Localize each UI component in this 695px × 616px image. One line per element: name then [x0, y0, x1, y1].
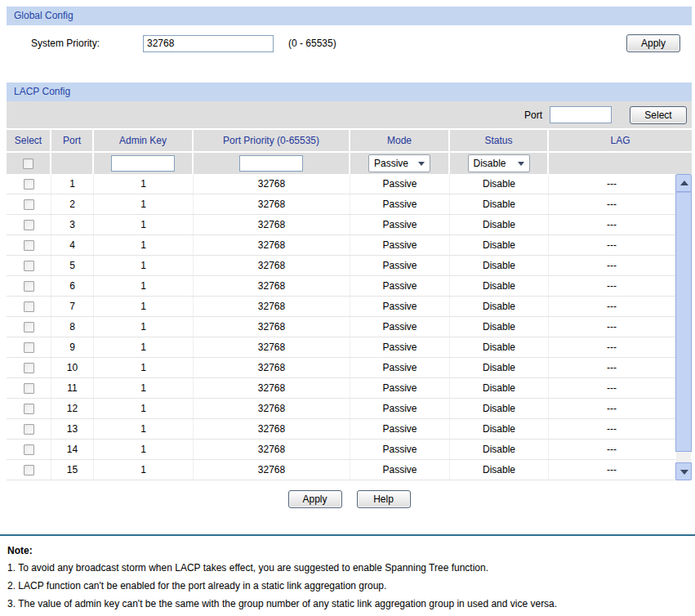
cell-lag: ---	[549, 276, 675, 296]
scrollbar-track[interactable]	[676, 452, 691, 462]
cell-port: 6	[51, 276, 94, 296]
cell-lag: ---	[549, 337, 675, 357]
row-select-checkbox[interactable]	[24, 281, 34, 292]
cell-mode: Passive	[350, 215, 450, 234]
port-filter-input[interactable]	[550, 106, 612, 123]
cell-port-priority: 32768	[194, 440, 350, 459]
cell-mode: Passive	[350, 378, 450, 398]
cell-port: 7	[51, 297, 94, 316]
column-header-port: Port	[51, 130, 94, 151]
column-header-mode: Mode	[350, 130, 450, 151]
cell-mode: Passive	[350, 460, 450, 480]
cell-admin-key: 1	[94, 297, 194, 316]
table-row: 14 1 32768 Passive Disable ---	[7, 440, 692, 460]
lacp-table-header: Select Port Admin Key Port Priority (0-6…	[7, 130, 692, 151]
cell-admin-key: 1	[94, 419, 194, 439]
scrollbar-up-button[interactable]	[675, 174, 692, 192]
row-select-checkbox[interactable]	[24, 179, 34, 190]
table-row: 5 1 32768 Passive Disable ---	[7, 256, 692, 276]
cell-status: Disable	[450, 460, 549, 480]
row-select-checkbox[interactable]	[24, 220, 34, 230]
row-select-checkbox[interactable]	[24, 465, 34, 475]
column-header-lag: LAG	[549, 130, 692, 151]
row-select-checkbox[interactable]	[24, 322, 34, 333]
cell-port-priority: 32768	[194, 337, 350, 357]
column-header-admin-key: Admin Key	[94, 130, 194, 151]
cell-lag: ---	[549, 399, 675, 418]
cell-port-priority: 32768	[194, 215, 350, 234]
global-apply-button[interactable]: Apply	[626, 34, 680, 52]
cell-port: 10	[51, 358, 94, 377]
cell-port: 9	[51, 337, 94, 357]
cell-port-priority: 32768	[194, 317, 350, 337]
cell-status: Disable	[450, 440, 549, 459]
note-line-1: 1. To avoid any broadcast storm when LAC…	[7, 559, 692, 577]
cell-lag: ---	[549, 256, 675, 275]
row-select-checkbox[interactable]	[24, 424, 34, 435]
cell-port-priority: 32768	[194, 460, 350, 480]
cell-admin-key: 1	[94, 460, 194, 480]
row-select-checkbox[interactable]	[24, 363, 34, 373]
note-line-2: 2. LACP function can't be enabled for th…	[7, 577, 692, 595]
cell-admin-key: 1	[94, 337, 194, 357]
cell-status: Disable	[450, 235, 549, 255]
row-select-checkbox[interactable]	[24, 444, 34, 455]
admin-key-input[interactable]	[111, 155, 175, 172]
row-select-checkbox[interactable]	[24, 301, 34, 312]
status-select[interactable]: Disable	[468, 154, 530, 172]
help-button[interactable]: Help	[357, 490, 411, 508]
cell-status: Disable	[450, 297, 549, 316]
cell-mode: Passive	[350, 235, 450, 255]
cell-port: 2	[51, 194, 94, 214]
cell-mode: Passive	[350, 317, 450, 337]
row-select-checkbox[interactable]	[24, 383, 34, 394]
note-line-3: 3. The value of admin key can't be the s…	[7, 595, 692, 613]
row-select-checkbox[interactable]	[24, 404, 34, 414]
system-priority-row: System Priority: (0 - 65535) Apply	[7, 25, 692, 61]
cell-status: Disable	[450, 317, 549, 337]
cell-status: Disable	[450, 256, 549, 275]
cell-port-priority: 32768	[194, 358, 350, 377]
cell-port: 15	[51, 460, 94, 480]
scrollbar-down-button[interactable]	[675, 462, 692, 480]
arrow-down-icon	[680, 470, 688, 475]
cell-port-priority: 32768	[194, 174, 350, 194]
cell-mode: Passive	[350, 440, 450, 459]
cell-mode: Passive	[350, 297, 450, 316]
cell-mode: Passive	[350, 358, 450, 377]
vertical-scrollbar	[675, 174, 692, 480]
global-config-title: Global Config	[14, 10, 74, 21]
system-priority-input[interactable]	[143, 35, 274, 52]
column-header-status: Status	[450, 130, 549, 151]
filter-port-cell	[51, 153, 94, 174]
note-title: Note:	[7, 542, 692, 559]
system-priority-label: System Priority:	[7, 38, 143, 49]
table-row: 12 1 32768 Passive Disable ---	[7, 399, 692, 419]
cell-port-priority: 32768	[194, 256, 350, 275]
cell-port: 14	[51, 440, 94, 459]
scrollbar-thumb[interactable]	[675, 192, 692, 452]
arrow-up-icon	[680, 181, 688, 185]
lacp-config-title: LACP Config	[14, 86, 70, 97]
table-row: 8 1 32768 Passive Disable ---	[7, 317, 692, 337]
row-select-checkbox[interactable]	[24, 199, 34, 210]
select-all-checkbox[interactable]	[23, 158, 33, 169]
cell-mode: Passive	[350, 174, 450, 194]
cell-status: Disable	[450, 419, 549, 439]
cell-admin-key: 1	[94, 317, 194, 337]
row-select-checkbox[interactable]	[24, 342, 34, 353]
column-header-port-priority: Port Priority (0-65535)	[194, 130, 350, 151]
filter-lag-cell	[549, 153, 692, 174]
lacp-apply-button[interactable]: Apply	[288, 490, 342, 508]
cell-port-priority: 32768	[194, 276, 350, 296]
cell-port-priority: 32768	[194, 419, 350, 439]
cell-admin-key: 1	[94, 358, 194, 377]
row-select-checkbox[interactable]	[24, 240, 34, 251]
port-priority-input[interactable]	[239, 155, 303, 172]
mode-select[interactable]: Passive	[368, 154, 430, 172]
row-select-checkbox[interactable]	[24, 261, 34, 271]
port-select-button[interactable]: Select	[630, 106, 687, 124]
cell-admin-key: 1	[94, 440, 194, 459]
cell-status: Disable	[450, 194, 549, 214]
cell-lag: ---	[549, 194, 675, 214]
